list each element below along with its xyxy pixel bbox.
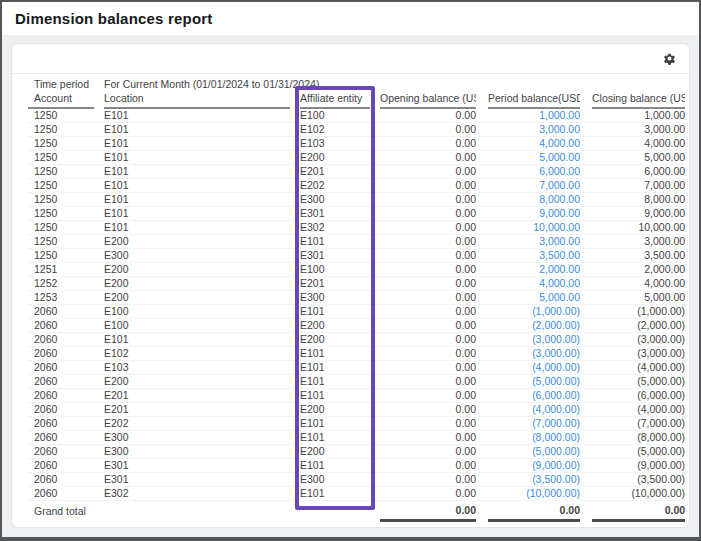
table-row: 1251E200E1000.002,000.002,000.00 [28,263,685,277]
table-row: 2060E302E1010.00(10,000.00)(10,000.00) [28,487,685,501]
period-balance-link[interactable]: 7,000.00 [539,179,580,191]
cell-period-balance[interactable]: 7,000.00 [488,179,580,193]
cell-location: E301 [104,473,290,487]
cell-account: 1250 [28,151,94,165]
period-balance-link[interactable]: 1,000.00 [539,109,580,121]
cell-account: 2060 [28,347,94,361]
period-balance-link[interactable]: (7,000.00) [532,417,580,429]
cell-account: 2060 [28,319,94,333]
period-balance-link[interactable]: (10,000.00) [526,487,580,499]
period-balance-link[interactable]: (5,000.00) [532,445,580,457]
table-row: 2060E201E1010.00(6,000.00)(6,000.00) [28,389,685,403]
cell-period-balance[interactable]: 4,000.00 [488,277,580,291]
period-balance-link[interactable]: (3,000.00) [532,333,580,345]
cell-period-balance[interactable]: 2,000.00 [488,263,580,277]
cell-opening-balance: 0.00 [380,123,476,137]
page-header: Dimension balances report [2,2,699,35]
period-balance-link[interactable]: 2,000.00 [539,263,580,275]
period-balance-link[interactable]: 3,000.00 [539,123,580,135]
period-balance-link[interactable]: 8,000.00 [539,193,580,205]
cell-opening-balance: 0.00 [380,347,476,361]
cell-closing-balance: (7,000.00) [592,417,685,431]
period-balance-link[interactable]: (5,000.00) [532,375,580,387]
column-header-closing-balance: Closing balance (USD) [592,92,685,108]
cell-location: E101 [104,193,290,207]
cell-account: 2060 [28,389,94,403]
cell-period-balance[interactable]: 10,000.00 [488,221,580,235]
cell-affiliate-entity: E300 [300,193,370,207]
cell-period-balance[interactable]: (7,000.00) [488,417,580,431]
cell-closing-balance: (6,000.00) [592,389,685,403]
cell-period-balance[interactable]: (9,000.00) [488,459,580,473]
cell-account: 1251 [28,263,94,277]
cell-period-balance[interactable]: (2,000.00) [488,319,580,333]
period-balance-link[interactable]: (4,000.00) [532,403,580,415]
cell-period-balance[interactable]: (10,000.00) [488,487,580,501]
period-balance-link[interactable]: 9,000.00 [539,207,580,219]
cell-period-balance[interactable]: (8,000.00) [488,431,580,445]
period-balance-link[interactable]: (1,000.00) [532,305,580,317]
cell-period-balance[interactable]: (3,500.00) [488,473,580,487]
cell-period-balance[interactable]: 5,000.00 [488,151,580,165]
table-row: 2060E102E1010.00(3,000.00)(3,000.00) [28,347,685,361]
cell-period-balance[interactable]: (6,000.00) [488,389,580,403]
period-balance-link[interactable]: (8,000.00) [532,431,580,443]
settings-gear-button[interactable] [662,52,677,67]
cell-location: E103 [104,361,290,375]
cell-account: 1252 [28,277,94,291]
cell-opening-balance: 0.00 [380,487,476,501]
cell-closing-balance: (5,000.00) [592,375,685,389]
period-balance-link[interactable]: 3,500.00 [539,249,580,261]
table-row: 2060E100E2000.00(2,000.00)(2,000.00) [28,319,685,333]
cell-closing-balance: (3,000.00) [592,347,685,361]
cell-opening-balance: 0.00 [380,151,476,165]
cell-account: 2060 [28,417,94,431]
cell-period-balance[interactable]: 1,000.00 [488,108,580,123]
cell-opening-balance: 0.00 [380,305,476,319]
cell-location: E101 [104,108,290,123]
cell-period-balance[interactable]: (5,000.00) [488,445,580,459]
cell-period-balance[interactable]: 9,000.00 [488,207,580,221]
cell-period-balance[interactable]: (1,000.00) [488,305,580,319]
cell-period-balance[interactable]: (3,000.00) [488,333,580,347]
cell-period-balance[interactable]: 6,000.00 [488,165,580,179]
period-balance-link[interactable]: 3,000.00 [539,235,580,247]
period-balance-link[interactable]: (3,500.00) [532,473,580,485]
period-balance-link[interactable]: 6,000.00 [539,165,580,177]
cell-period-balance[interactable]: (4,000.00) [488,403,580,417]
cell-period-balance[interactable]: (4,000.00) [488,361,580,375]
cell-opening-balance: 0.00 [380,431,476,445]
period-balance-link[interactable]: (3,000.00) [532,347,580,359]
table-row: 1252E200E2010.004,000.004,000.00 [28,277,685,291]
period-balance-link[interactable]: 4,000.00 [539,137,580,149]
period-balance-link[interactable]: (9,000.00) [532,459,580,471]
period-balance-link[interactable]: 4,000.00 [539,277,580,289]
grand-total-period-balance: 0.00 [488,501,580,521]
time-period-value: For Current Month (01/01/2024 to 01/31/2… [104,77,685,92]
period-balance-link[interactable]: 10,000.00 [533,221,580,233]
table-row: 1250E101E1030.004,000.004,000.00 [28,137,685,151]
cell-location: E200 [104,375,290,389]
cell-period-balance[interactable]: (3,000.00) [488,347,580,361]
cell-account: 2060 [28,431,94,445]
cell-affiliate-entity: E301 [300,249,370,263]
cell-period-balance[interactable]: 3,000.00 [488,235,580,249]
cell-period-balance[interactable]: 3,500.00 [488,249,580,263]
cell-opening-balance: 0.00 [380,207,476,221]
cell-account: 2060 [28,361,94,375]
cell-opening-balance: 0.00 [380,263,476,277]
table-row: 2060E301E3000.00(3,500.00)(3,500.00) [28,473,685,487]
cell-period-balance[interactable]: 5,000.00 [488,291,580,305]
period-balance-link[interactable]: (2,000.00) [532,319,580,331]
period-balance-link[interactable]: 5,000.00 [539,151,580,163]
cell-opening-balance: 0.00 [380,277,476,291]
cell-period-balance[interactable]: 4,000.00 [488,137,580,151]
cell-period-balance[interactable]: (5,000.00) [488,375,580,389]
cell-period-balance[interactable]: 8,000.00 [488,193,580,207]
period-balance-link[interactable]: (6,000.00) [532,389,580,401]
period-balance-link[interactable]: (4,000.00) [532,361,580,373]
period-balance-link[interactable]: 5,000.00 [539,291,580,303]
cell-period-balance[interactable]: 3,000.00 [488,123,580,137]
table-row: 1250E101E3020.0010,000.0010,000.00 [28,221,685,235]
cell-location: E100 [104,305,290,319]
